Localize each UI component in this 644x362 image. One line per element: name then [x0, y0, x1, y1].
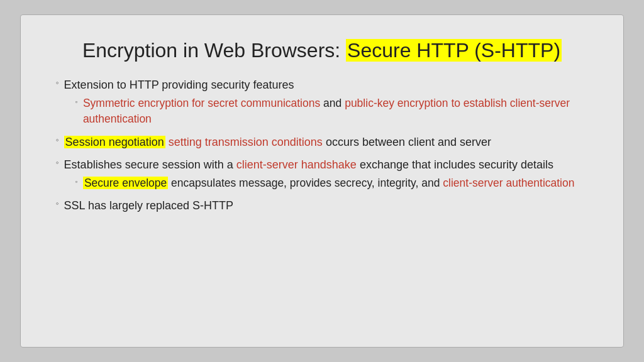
sub-highlight-1-1: Symmetric encryption for secret communic… — [83, 97, 320, 109]
bullet-text-4: SSL has largely replaced S-HTTP — [64, 197, 588, 214]
bullet-2-highlight: Session negotiation — [64, 136, 165, 148]
title-plain: Encryption in Web Browsers: — [82, 39, 346, 62]
bullet-item-3: ◦ Establishes secure session with a clie… — [56, 156, 588, 191]
sub-item-1-1: ◦ Symmetric encryption for secret commun… — [75, 96, 588, 128]
sub-bullet-symbol-1-1: ◦ — [75, 97, 78, 107]
sub-3-red: client-server authentication — [443, 177, 574, 189]
bullet-symbol-2: ◦ — [56, 134, 59, 146]
bullet-text-3: Establishes secure session with a client… — [64, 156, 588, 191]
bullet-text-1: Extension to HTTP providing security fea… — [64, 77, 588, 128]
sub-item-3-1: ◦ Secure envelope encapsulates message, … — [75, 175, 588, 191]
sub-list-1: ◦ Symmetric encryption for secret commun… — [75, 96, 588, 128]
title-highlight: Secure HTTP (S-HTTP) — [346, 39, 562, 62]
bullet-3-highlight: client-server handshake — [236, 158, 357, 171]
bullet-symbol-1: ◦ — [56, 77, 59, 89]
bullet-item-2: ◦ Session negotiation setting transmissi… — [56, 134, 588, 150]
bullet-item-1: ◦ Extension to HTTP providing security f… — [56, 77, 588, 128]
slide-title: Encryption in Web Browsers: Secure HTTP … — [56, 38, 588, 63]
bullet-item-4: ◦ SSL has largely replaced S-HTTP — [56, 197, 588, 214]
bullet-2-red: setting transmission conditions — [169, 136, 323, 148]
bullet-text-2: Session negotiation setting transmission… — [64, 134, 588, 150]
slide: Encryption in Web Browsers: Secure HTTP … — [20, 14, 624, 348]
sub-list-3: ◦ Secure envelope encapsulates message, … — [75, 175, 588, 191]
sub-bullet-symbol-3-1: ◦ — [75, 177, 78, 187]
sub-bullet-text-3-1: Secure envelope encapsulates message, pr… — [83, 175, 588, 191]
bullet-list: ◦ Extension to HTTP providing security f… — [56, 77, 588, 214]
sub-bullet-text-1-1: Symmetric encryption for secret communic… — [83, 96, 588, 128]
bullet-symbol-4: ◦ — [56, 198, 59, 210]
bullet-3-plain-start: Establishes secure session — [64, 158, 201, 171]
sub-3-highlight: Secure envelope — [83, 177, 168, 189]
bullet-symbol-3: ◦ — [56, 157, 59, 169]
